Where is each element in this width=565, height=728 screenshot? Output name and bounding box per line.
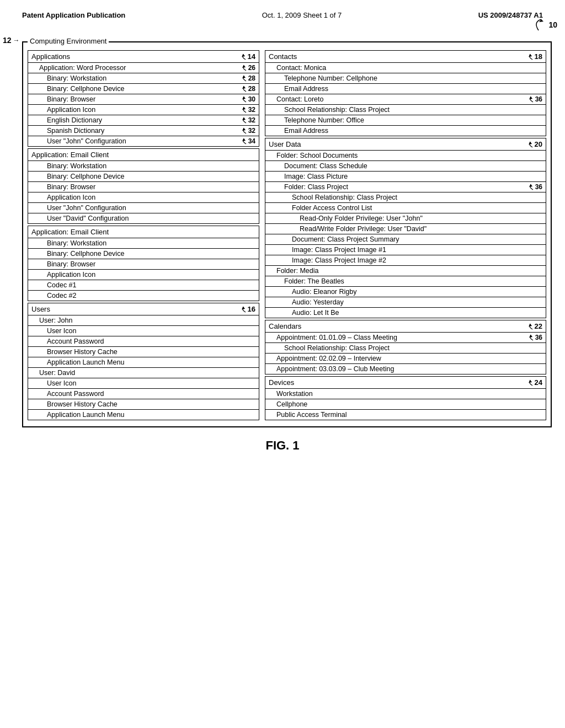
section-header-app-email-client-1: Application: Email Client (28, 149, 259, 161)
section-title: Calendars (269, 322, 301, 330)
svg-marker-17 (529, 380, 532, 383)
tree-item: Application Icon 32 (28, 105, 259, 115)
tree-item: Public Access Terminal (265, 410, 546, 420)
tree-item-label: Telephone Number: Cellphone (284, 74, 377, 82)
tree-item: Application Launch Menu (28, 410, 259, 420)
diagram-container: 10 12 → Computing Environment Applicatio… (22, 41, 543, 427)
section-title: User Data (269, 140, 301, 148)
svg-marker-4 (242, 86, 246, 89)
item-ref: 28 (239, 85, 255, 93)
tree-item: Appointment: 03.03.09 – Club Meeting (265, 364, 546, 374)
section-header-app-email-client-2: Application: Email Client (28, 226, 259, 238)
tree-item: Codec #1 (28, 280, 259, 291)
tree-item: Document: Class Project Summary (265, 234, 546, 245)
tree-item-label: School Relationship: Class Project (284, 106, 390, 114)
tree-item-label: Binary: Workstation (47, 239, 106, 247)
header-center: Oct. 1, 2009 Sheet 1 of 7 (262, 11, 342, 19)
section-title: Devices (269, 378, 294, 387)
tree-item-label: User "John" Configuration (47, 204, 126, 212)
tree-item-label: Application: Word Processor (39, 64, 126, 72)
section-applications: Applications 14Application: Word Process… (28, 50, 259, 147)
tree-item: Binary: Cellphone Device 28 (28, 84, 259, 94)
tree-item: Telephone Number: Office (265, 115, 546, 126)
item-ref: 36 (526, 334, 542, 341)
page: Patent Application Publication Oct. 1, 2… (0, 0, 565, 728)
tree-item-label: Browser History Cache (47, 348, 118, 356)
tree-item: English Dictionary 32 (28, 115, 259, 126)
computing-env-label: Computing Environment (28, 37, 109, 45)
tree-item-label: Read-Only Folder Privilege: User "John" (300, 215, 423, 222)
tree-item-label: User "John" Configuration (47, 137, 126, 145)
tree-item: Audio: Eleanor Rigby (265, 287, 546, 297)
section-header-users: Users 16 (28, 303, 259, 315)
tree-item-label: Browser History Cache (47, 400, 118, 408)
tree-item-label: Binary: Cellphone Device (47, 250, 124, 258)
tree-item-label: Document: Class Schedule (284, 162, 367, 170)
section-header-applications: Applications 14 (28, 51, 259, 63)
item-ref: 26 (239, 64, 255, 72)
tree-item: Email Address (265, 84, 546, 94)
tree-item-label: Binary: Workstation (47, 162, 106, 170)
tree-item-label: Folder: School Documents (276, 152, 358, 159)
tree-item-label: Image: Class Picture (284, 173, 348, 180)
svg-marker-5 (242, 97, 246, 99)
tree-item: Folder Access Control List (265, 203, 546, 213)
tree-item-label: Spanish Dictionary (47, 127, 104, 135)
tree-item: Application Launch Menu (28, 357, 259, 368)
section-devices: Devices 24WorkstationCellphonePublic Acc… (265, 376, 546, 420)
tree-item-label: Email Address (284, 127, 328, 135)
section-app-email-client-2: Application: Email ClientBinary: Worksta… (28, 226, 259, 301)
tree-item: Image: Class Project Image #2 (265, 255, 546, 266)
tree-item: User "John" Configuration (28, 203, 259, 213)
tree-item: Folder: Class Project 36 (265, 182, 546, 192)
section-app-email-client-1: Application: Email ClientBinary: Worksta… (28, 148, 259, 224)
item-ref: 32 (239, 116, 255, 124)
tree-item: Binary: Workstation 28 (28, 73, 259, 84)
section-ref: 16 (239, 305, 255, 313)
tree-item-label: Image: Class Project Image #1 (292, 246, 386, 254)
tree-item-label: Folder: The Beatles (284, 277, 344, 285)
ref-10: 10 (530, 17, 557, 33)
tree-item: Appointment: 01.01.09 – Class Meeting 36 (265, 333, 546, 343)
tree-item-label: School Relationship: Class Project (292, 194, 397, 201)
tree-item: Account Password (28, 389, 259, 399)
tree-item: Email Address (265, 126, 546, 136)
tree-item: User: David (28, 368, 259, 378)
tree-item-label: Account Password (47, 390, 104, 398)
tree-item: Codec #2 (28, 291, 259, 301)
tree-item-label: User Icon (47, 379, 77, 387)
right-column: Contacts 18Contact: MonicaTelephone Numb… (265, 50, 546, 422)
section-ref: 24 (526, 378, 542, 387)
tree-item: User Icon (28, 378, 259, 389)
tree-item-label: Audio: Eleanor Rigby (292, 288, 356, 296)
tree-item-label: Application Icon (47, 271, 95, 279)
tree-item: Telephone Number: Cellphone (265, 73, 546, 84)
tree-item: Audio: Yesterday (265, 297, 546, 308)
svg-marker-16 (529, 335, 532, 338)
tree-item: Binary: Cellphone Device (28, 172, 259, 182)
section-header-user-data: User Data 20 (265, 138, 546, 151)
tree-item: User "David" Configuration (28, 213, 259, 223)
tree-item: Account Password (28, 336, 259, 347)
tree-item: Browser History Cache (28, 347, 259, 357)
tree-item: Folder: School Documents (265, 151, 546, 161)
tree-item-label: User "David" Configuration (47, 215, 129, 222)
tree-item: Binary: Browser 30 (28, 94, 259, 105)
svg-marker-3 (242, 76, 246, 78)
svg-marker-15 (529, 324, 532, 326)
tree-item-label: Application Launch Menu (47, 411, 124, 419)
tree-item-label: Codec #1 (47, 281, 77, 289)
section-ref: 22 (526, 322, 542, 330)
tree-item-label: Folder: Media (276, 267, 318, 275)
svg-marker-6 (242, 107, 246, 110)
tree-item-label: Account Password (47, 338, 104, 345)
section-title: Users (31, 305, 50, 313)
svg-marker-14 (529, 184, 532, 187)
ref-12: 12 → (3, 36, 20, 45)
tree-item: Application Icon (28, 270, 259, 280)
tree-item-label: Application Launch Menu (47, 358, 124, 366)
tree-item: Spanish Dictionary 32 (28, 126, 259, 136)
tree-item-label: User: John (39, 317, 72, 324)
section-users: Users 16User: JohnUser IconAccount Passw… (28, 303, 259, 420)
tree-item: Read/Write Folder Privilege: User "David… (265, 224, 546, 234)
